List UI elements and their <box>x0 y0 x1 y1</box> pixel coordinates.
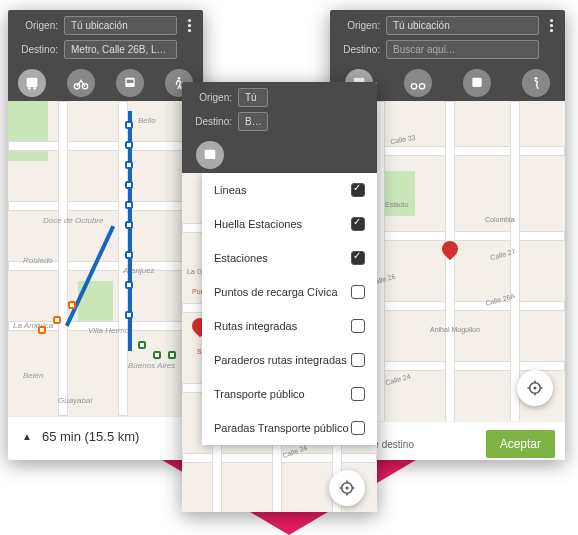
svg-point-10 <box>346 487 349 490</box>
origen-input[interactable]: Tú ubicación <box>386 16 539 35</box>
layer-label: Lineas <box>214 184 246 196</box>
locate-me-button[interactable] <box>517 370 553 406</box>
mode-metro-button[interactable] <box>196 141 224 169</box>
area-label: La América <box>13 321 53 330</box>
accept-button[interactable]: Aceptar <box>486 430 555 458</box>
layer-option[interactable]: Paraderos rutas integradas <box>202 343 377 377</box>
area-label: Buenos Aires <box>128 361 175 370</box>
mode-bike-button[interactable] <box>404 69 432 97</box>
destino-input[interactable]: Metro, Calle 26B, La Madera, Bello <box>64 40 177 59</box>
checkbox-icon[interactable] <box>351 353 365 367</box>
origen-label: Origen: <box>338 20 380 31</box>
map-marker-icon <box>442 241 458 265</box>
street-label: Calle 24 <box>385 373 412 386</box>
poi-label: Anibal Mogollon <box>430 326 480 333</box>
area-label: Colombia <box>485 216 515 223</box>
layer-option[interactable]: Huella Estaciones <box>202 207 377 241</box>
checkbox-icon[interactable] <box>351 251 365 265</box>
overflow-menu-icon[interactable] <box>183 19 195 32</box>
layer-option[interactable]: Estaciones <box>202 241 377 275</box>
checkbox-icon[interactable] <box>351 183 365 197</box>
svg-point-2 <box>34 87 37 90</box>
route-duration: 65 min (15.5 km) <box>42 429 140 444</box>
mode-bus-button[interactable] <box>463 69 491 97</box>
destino-input[interactable]: Bus <box>238 112 268 131</box>
expand-up-icon: ▲ <box>22 431 32 442</box>
layer-option[interactable]: Lineas <box>202 173 377 207</box>
svg-rect-8 <box>205 150 216 159</box>
layer-option[interactable]: Puntos de recarga Cívica <box>202 275 377 309</box>
route-info-bar[interactable]: ▲ 65 min (15.5 km) <box>8 416 203 456</box>
layer-option[interactable]: Paradas Transporte público <box>202 411 377 445</box>
area-label: Belén <box>23 371 43 380</box>
origen-input[interactable]: Tú ubicación <box>64 16 177 35</box>
area-label: Guayabal <box>58 396 92 405</box>
layer-label: Estaciones <box>214 252 268 264</box>
overflow-menu-icon[interactable] <box>545 19 557 32</box>
checkbox-icon[interactable] <box>351 285 365 299</box>
mode-bike-button[interactable] <box>67 69 95 97</box>
search-header: Origen: Tú ubicación Destino: Metro, Cal… <box>8 10 203 65</box>
transport-mode-bar <box>8 65 203 101</box>
svg-rect-0 <box>27 78 38 87</box>
checkbox-icon[interactable] <box>351 217 365 231</box>
area-label: Robledo <box>23 256 53 265</box>
layer-label: Transporte público <box>214 388 305 400</box>
layer-label: Paraderos rutas integradas <box>214 354 347 366</box>
layer-label: Paradas Transporte público <box>214 422 349 434</box>
map-view[interactable]: Doce de Octubre Robledo La América Belén… <box>8 101 203 416</box>
locate-me-button[interactable] <box>329 470 365 506</box>
mode-walk-button[interactable] <box>522 69 550 97</box>
phone-screen-1: Origen: Tú ubicación Destino: Metro, Cal… <box>8 10 203 460</box>
layer-option[interactable]: Rutas integradas <box>202 309 377 343</box>
area-label: Villa Hermo <box>88 326 129 335</box>
poi-label: Estadio <box>385 201 408 208</box>
area-label: Doce de Octubre <box>43 216 103 225</box>
map-view[interactable]: Calle 24 Calle 26 Salud SURA Punto Clave… <box>182 173 377 512</box>
origen-input[interactable]: Tú <box>238 88 268 107</box>
svg-point-1 <box>28 87 31 90</box>
svg-point-12 <box>411 84 416 89</box>
checkbox-icon[interactable] <box>351 387 365 401</box>
svg-point-15 <box>534 77 537 80</box>
mode-metro-button[interactable] <box>18 69 46 97</box>
svg-point-17 <box>534 387 537 390</box>
checkbox-icon[interactable] <box>351 319 365 333</box>
area-label: Bello <box>138 116 156 125</box>
mode-bus-button[interactable] <box>116 69 144 97</box>
svg-point-13 <box>419 84 424 89</box>
destino-input[interactable]: Buscar aquí... <box>386 40 539 59</box>
transport-mode-bar <box>182 137 377 173</box>
layer-label: Huella Estaciones <box>214 218 302 230</box>
destino-label: Destino: <box>190 116 232 127</box>
origen-label: Origen: <box>190 92 232 103</box>
origen-label: Origen: <box>16 20 58 31</box>
search-header: Origen: Tú Destino: Bus <box>182 82 377 137</box>
street-label: Calle 33 <box>390 134 417 145</box>
phone-screen-2: Origen: Tú Destino: Bus Calle 24 Calle 2… <box>182 82 377 512</box>
layers-dropdown: Lineas Huella Estaciones Estaciones Punt… <box>202 173 377 445</box>
layer-label: Rutas integradas <box>214 320 297 332</box>
svg-rect-14 <box>472 78 481 87</box>
svg-rect-6 <box>127 80 134 83</box>
svg-point-7 <box>177 77 180 80</box>
destino-label: Destino: <box>338 44 380 55</box>
checkbox-icon[interactable] <box>351 421 365 435</box>
destino-label: Destino: <box>16 44 58 55</box>
layer-label: Puntos de recarga Cívica <box>214 286 338 298</box>
search-header: Origen: Tú ubicación Destino: Buscar aqu… <box>330 10 565 65</box>
layer-option[interactable]: Transporte público <box>202 377 377 411</box>
